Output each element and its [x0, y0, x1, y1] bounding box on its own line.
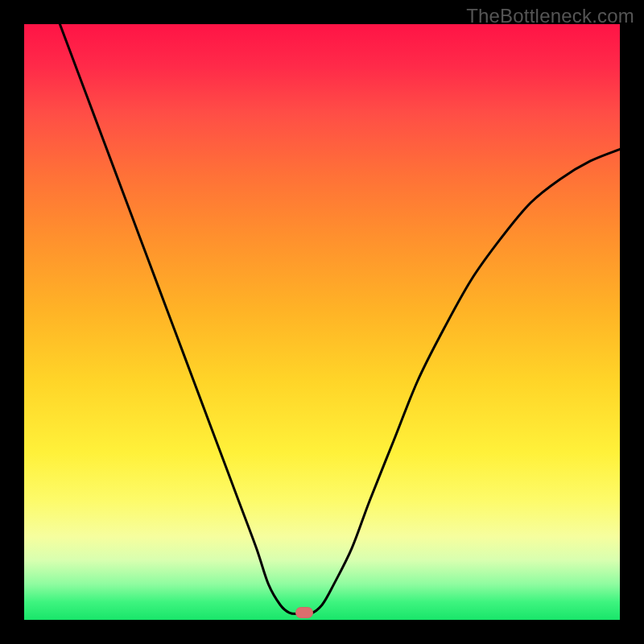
optimal-point-marker [295, 607, 313, 618]
plot-area [24, 24, 620, 620]
chart-root: TheBottleneck.com [0, 0, 644, 644]
bottleneck-curve [24, 24, 620, 620]
watermark-text: TheBottleneck.com [466, 5, 634, 27]
